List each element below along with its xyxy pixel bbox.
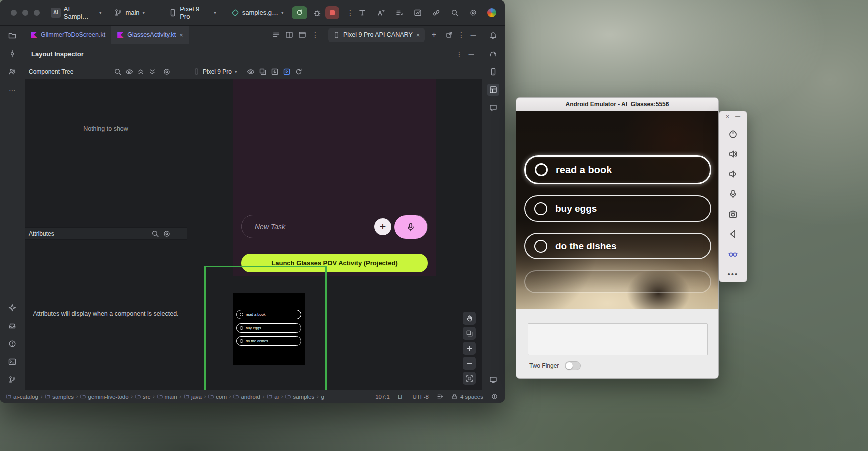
search-icon[interactable] [449,7,461,19]
task-list-icon[interactable] [393,7,405,19]
breadcrumb-item[interactable]: samples [285,394,314,400]
tab-glimmertodoscreen[interactable]: GlimmerToDoScreen.kt [25,26,111,44]
add-task-button[interactable]: + [374,218,391,236]
stop-button[interactable] [325,6,339,20]
tree-visibility-icon[interactable] [124,66,135,78]
camera-button[interactable] [723,204,743,224]
todo-circle-icon[interactable] [535,164,548,176]
close-tab-icon[interactable]: × [179,32,183,39]
touchpad-area[interactable] [528,324,708,356]
split-editor-icon[interactable] [284,30,295,40]
zoom-in-button[interactable] [463,342,476,355]
settings-gear-icon[interactable] [467,7,479,19]
more-options-button[interactable]: ••• [723,264,743,284]
microphone-button[interactable] [723,184,743,204]
compose-preview-icon[interactable] [356,7,368,19]
breadcrumb-item[interactable]: gemini-live-todo [80,394,128,400]
debug-button[interactable] [311,7,323,19]
breadcrumb-item[interactable]: samples [45,394,74,400]
pan-hand-icon[interactable] [463,312,476,325]
profiler-icon[interactable] [412,7,424,19]
breadcrumb-item[interactable]: main [157,394,177,400]
inspector-minimize-icon[interactable]: — [466,49,477,60]
translate-icon[interactable] [375,7,387,19]
terminal-tool-icon[interactable] [6,356,18,368]
back-button[interactable] [723,224,743,244]
mirror-device-selector[interactable]: Pixel 9 Pro ▾ [193,68,237,76]
device-manager-icon[interactable] [487,66,499,78]
add-device-tab-button[interactable]: + [428,29,440,41]
branch-selector[interactable]: main ▾ [114,9,145,17]
zoom-out-button[interactable] [463,357,476,370]
glasses-todo-item[interactable]: buy eggs [524,196,711,222]
commit-tool-icon[interactable] [6,48,18,60]
feedback-tool-icon[interactable] [487,102,499,114]
project-selector[interactable]: AI AI Sampl… ▾ [51,6,101,20]
export-snapshot-icon[interactable] [269,66,280,78]
power-button[interactable] [723,124,743,144]
attributes-search-icon[interactable] [150,228,161,240]
rerun-button[interactable] [292,6,308,20]
tree-settings-gear-icon[interactable] [161,66,172,78]
layout-inspector-tool-icon[interactable] [487,84,499,96]
device-panel-kebab-icon[interactable]: ⋮ [456,30,467,40]
problems-tool-icon[interactable] [6,338,18,350]
running-devices-tool-icon[interactable] [487,374,499,386]
breadcrumb-item[interactable]: ai [267,394,279,400]
volume-down-button[interactable] [723,164,743,184]
build-tool-icon[interactable] [6,320,18,332]
emulator-toolbar-close-icon[interactable]: × [726,114,729,120]
editor-list-icon[interactable] [271,30,282,40]
emulator-toolbar-minimize-icon[interactable]: — [735,114,740,120]
emulator-title-bar[interactable]: Android Emulator - AI_Glasses:5556 [516,98,718,112]
target-device-selector[interactable]: Pixel 9 Pro ▾ [169,6,216,20]
volume-up-button[interactable] [723,144,743,164]
tree-search-icon[interactable] [112,66,123,78]
fit-to-window-icon[interactable] [463,372,476,385]
hide-device-panel-icon[interactable]: — [468,30,479,40]
zoom-window-button[interactable] [34,10,40,16]
breadcrumb-item[interactable]: android [233,394,260,400]
pair-devices-icon[interactable] [430,7,442,19]
snapshot-layers-icon[interactable] [257,66,268,78]
editor-options-kebab-icon[interactable]: ⋮ [310,30,321,40]
todo-circle-icon[interactable] [534,202,547,216]
version-control-tool-icon[interactable] [6,374,18,386]
refresh-inspector-icon[interactable] [293,66,304,78]
expand-all-icon[interactable] [135,66,146,78]
run-configuration-selector[interactable]: samples.g… ▾ [231,9,284,17]
todo-circle-icon[interactable] [534,240,547,253]
window-traffic-lights[interactable] [11,10,40,16]
more-tool-windows-icon[interactable]: ⋯ [6,84,18,96]
cursor-position-widget[interactable]: 107:1 [375,394,390,400]
voice-input-button[interactable] [394,216,427,239]
new-task-field[interactable]: New Task + [241,215,428,238]
encoding-widget[interactable]: UTF-8 [412,394,429,400]
inspections-status-icon[interactable] [491,394,498,400]
two-finger-toggle[interactable] [565,362,581,370]
breadcrumb-item[interactable]: src [135,394,150,400]
profile-avatar[interactable] [486,7,498,19]
run-more-options-button[interactable]: ⋮ [344,7,356,19]
running-device-tab[interactable]: Pixel 9 Pro API CANARY × [328,28,425,42]
structure-tool-icon[interactable] [6,66,18,78]
inspector-kebab-icon[interactable]: ⋮ [454,49,465,60]
attributes-gear-icon[interactable] [161,228,172,240]
breadcrumb-item[interactable]: ai-catalog [6,394,38,400]
close-window-button[interactable] [11,10,17,16]
collapse-all-icon[interactable] [147,66,158,78]
new-task-input[interactable]: New Task [242,223,285,231]
gemini-tool-icon[interactable] [6,302,18,314]
breadcrumb-item[interactable]: g [321,394,324,400]
tab-glassesactivity[interactable]: GlassesActivity.kt × [111,26,189,44]
attributes-minimize-icon[interactable]: — [173,228,184,240]
glasses-button[interactable] [723,244,743,264]
breadcrumb-item[interactable]: com [208,394,227,400]
line-separator-widget[interactable]: LF [398,394,404,400]
emulator-glasses-pov-view[interactable]: read a book buy eggs do the dishes [516,112,719,310]
gradle-tool-icon[interactable] [487,48,499,60]
minimize-window-button[interactable] [22,10,28,16]
preview-layout-icon[interactable] [297,30,308,40]
breadcrumb-item[interactable]: java [184,394,202,400]
indent-widget[interactable]: 4 spaces [460,394,483,400]
